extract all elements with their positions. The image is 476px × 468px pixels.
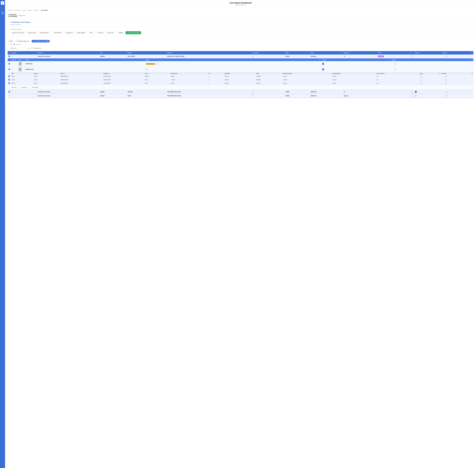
move-down-sr01[interactable]: ↓ (442, 75, 443, 77)
filter-comforters-duvets[interactable]: ✓ Comforters & Duvets 2 (31, 40, 50, 43)
breadcrumb-home[interactable]: Home (8, 9, 12, 11)
delete-adalee[interactable]: 🗑 (446, 91, 447, 93)
item-checkbox-sr02[interactable] (8, 79, 10, 80)
expand-chevron-adalee[interactable]: › (12, 91, 12, 92)
new-pattern-bottom-button[interactable]: ＋ New Pattern (29, 86, 40, 89)
add-tag-charcoal-button[interactable]: + (156, 63, 158, 65)
actions-sr01: ↓ ↑ 🗑 (442, 75, 470, 77)
new-pattern-button[interactable]: ＋ New Pattern (51, 31, 63, 34)
move-down-xxxx[interactable]: ↓ (443, 95, 444, 97)
filter-comforters-count: 2 (46, 40, 48, 42)
cell-sr-sr02: SR-02 (11, 78, 33, 82)
selected-only-checkbox[interactable] (31, 47, 33, 49)
app-logo[interactable]: b (1, 1, 4, 5)
item-checkbox-sr01[interactable] (8, 75, 10, 77)
move-down-charcoal[interactable]: ↓ (392, 63, 393, 65)
modify-sections-button[interactable]: Modify Sections (38, 31, 50, 34)
move-down-sr03[interactable]: ↓ (442, 82, 443, 84)
row-checkbox-adalee[interactable] (9, 91, 10, 92)
delete-charcoal[interactable]: 🗑 (395, 63, 397, 65)
checkbox-noble-blue[interactable] (9, 69, 10, 70)
svg-rect-9 (19, 70, 20, 70)
color-section-ava: Expand Photo Color ⇅ Tags ⇅ ☰ # Items Ac… (8, 58, 473, 90)
move-up-xxxx[interactable]: ↑ (444, 95, 445, 97)
cell-carryfwd-sr02: Yes (376, 78, 419, 82)
move-down-ava-button[interactable]: ↓ (443, 56, 444, 58)
validate-button[interactable]: ✓ Validate (116, 31, 125, 34)
cell-qnum-xxxx: QXXXX (99, 94, 127, 98)
delete-sr03[interactable]: 🗑 (445, 82, 447, 84)
select-all-checkbox[interactable] (9, 52, 10, 53)
filter-coverlets-quilts[interactable]: Coverlets & Quilts 1 (15, 40, 30, 43)
card-chevron-icon[interactable]: ▾ (31, 22, 31, 23)
breadcrumb-season[interactable]: Season (27, 9, 32, 11)
move-up-adalee[interactable]: ↑ (444, 91, 445, 93)
add-tag-xxxx-button[interactable]: + (411, 95, 413, 97)
new-item-button[interactable]: ＋ New Item (9, 86, 18, 89)
filter-options-button[interactable]: ⊞ (28, 47, 30, 49)
expand-chevron-xxxx[interactable]: › (12, 95, 12, 97)
cell-moq-adalee: 1000 Sets (310, 90, 343, 94)
expand-all-button[interactable]: ⇄ Expand All (64, 31, 74, 34)
breadcrumb-sections[interactable]: Sections (34, 9, 39, 11)
move-up-sr01[interactable]: ↑ (444, 75, 445, 77)
copy-from-sr-button[interactable]: Copy from SR (26, 31, 37, 34)
move-down-noble-blue[interactable]: ↓ (392, 68, 393, 71)
new-color-button[interactable]: ＋ New Color (19, 86, 29, 89)
filter-all[interactable]: All 3 (8, 40, 14, 43)
expand-noble-blue-button[interactable]: ▾ (12, 69, 12, 70)
tag-meeting-charcoal: MEETING 2/19 (146, 63, 155, 65)
delete-sr02[interactable]: 🗑 (445, 79, 447, 81)
item-row-sr03: SR-03 29872 008889298729 COMFORTER TWIN … (8, 82, 473, 85)
move-up-sr03[interactable]: ↑ (444, 82, 445, 84)
pdf-button[interactable]: ↓ PDF (87, 31, 94, 34)
add-tag-sr02-button[interactable]: + (420, 79, 422, 81)
checkbox-charcoal[interactable] (9, 63, 10, 64)
expand-charcoal-button[interactable]: › (12, 63, 12, 64)
item-row-sr01: SR-01 29870 008889298709 COMFORTER QUEEN… (8, 75, 473, 78)
expand-chevron-ava[interactable]: ▾ (12, 56, 12, 57)
delete-sr01[interactable]: 🗑 (445, 75, 447, 77)
breadcrumb-linesheets[interactable]: Linesheets (14, 9, 20, 11)
items-col-actions-menu: ☰ (471, 72, 474, 75)
move-up-sr02[interactable]: ↑ (444, 79, 445, 81)
cell-section-ava: Comforters & Duvets (37, 55, 99, 58)
move-up-charcoal[interactable]: ↑ (393, 63, 394, 65)
add-tag-noble-blue-button[interactable]: + (146, 68, 148, 71)
row-checkbox-ava[interactable] (9, 56, 10, 57)
row-checkbox-xxxx[interactable] (9, 95, 10, 97)
breadcrumb-brand[interactable]: Brand (22, 9, 26, 11)
sidebar-item-tag[interactable]: 🏷 (1, 11, 4, 15)
item-checkbox-sr03[interactable] (8, 82, 10, 84)
develop-line-sheet-card: 4. Develop Line Sheet ▾ Develop line she… (8, 19, 474, 37)
cell-section-xxxx: Comforters & Duvets (37, 94, 99, 98)
inner-header-row: Expand Photo Color ⇅ Tags ⇅ ☰ # Items Ac… (8, 58, 473, 61)
add-tag-adalee-button[interactable]: + (411, 91, 413, 93)
cell-casepack-adalee: 2 (252, 90, 285, 94)
delete-xxxx[interactable]: 🗑 (446, 95, 447, 97)
move-up-ava-button[interactable]: ↑ (444, 56, 445, 58)
copy-from-line-sheet-button[interactable]: Copy from Line Sheet (10, 31, 26, 34)
share-customer-button[interactable]: ⊙ Share w/ Customer (125, 31, 141, 34)
save-list-button[interactable]: ＋ Save List (95, 31, 105, 34)
search-input[interactable] (8, 47, 27, 50)
add-tag-sr01-button[interactable]: + (420, 75, 422, 77)
delete-noble-blue[interactable]: 🗑 (395, 68, 397, 71)
tag-icon: 🏷 (2, 12, 3, 14)
card-subtitle: Develop line sheet. (10, 24, 471, 26)
actions-adalee: ↓ ↑ 🗑 (443, 91, 470, 93)
add-tag-sr03-button[interactable]: + (420, 82, 422, 84)
move-down-sr02[interactable]: ↓ (442, 79, 443, 81)
selected-only-text: Selected only (33, 47, 41, 49)
move-up-noble-blue[interactable]: ↑ (393, 68, 394, 71)
cell-cadappr-sr02: 12/1/23 (332, 78, 376, 82)
delete-ava-button[interactable]: 🗑 (446, 56, 447, 58)
move-down-adalee[interactable]: ↓ (443, 91, 444, 93)
add-tag-ava-button[interactable]: + (411, 55, 413, 58)
items-col-map: MAP (256, 72, 282, 75)
svg-rect-8 (19, 69, 21, 69)
sidebar-item-home[interactable]: ⌂ (1, 6, 4, 10)
bulk-update-button[interactable]: ⊙ Bulk Update (75, 31, 87, 34)
my-lists-button[interactable]: ☰ My Lists (106, 31, 115, 34)
breadcrumb-current: Line Sheet (41, 9, 48, 11)
